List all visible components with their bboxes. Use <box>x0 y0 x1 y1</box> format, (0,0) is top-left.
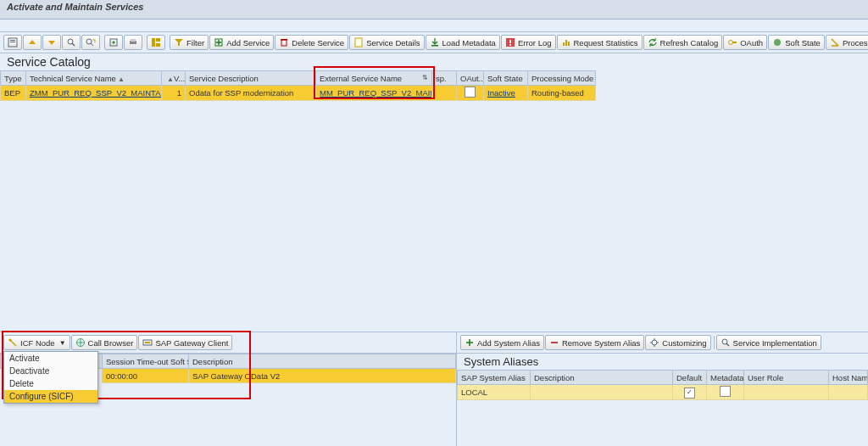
svg-rect-23 <box>732 42 737 43</box>
default-checkbox[interactable]: ✓ <box>684 387 695 399</box>
request-statistics-button[interactable]: Request Statistics <box>557 35 643 50</box>
svg-rect-9 <box>131 39 136 42</box>
svg-rect-19 <box>563 42 565 46</box>
col-tech-name[interactable]: Technical Service Name▲ <box>26 71 162 86</box>
svg-rect-11 <box>156 38 160 42</box>
menu-activate[interactable]: Activate <box>4 352 97 365</box>
svg-rect-12 <box>156 43 160 47</box>
svg-rect-16 <box>355 38 362 47</box>
col-sys-alias[interactable]: SAP System Alias <box>458 371 531 385</box>
sort-asc-icon[interactable] <box>23 35 42 50</box>
add-service-button[interactable]: Add Service <box>209 35 274 50</box>
page-title: Activate and Maintain Services <box>0 0 868 20</box>
call-browser-button[interactable]: Call Browser <box>71 335 138 350</box>
svg-line-34 <box>726 343 729 346</box>
svg-point-24 <box>774 39 781 46</box>
col-version[interactable]: ▲V... <box>162 71 186 86</box>
svg-rect-17 <box>431 45 438 47</box>
svg-rect-20 <box>565 40 567 46</box>
svg-rect-15 <box>281 39 287 41</box>
col-oauth[interactable]: OAut.. <box>457 71 484 86</box>
metadata-checkbox[interactable] <box>720 386 731 397</box>
svg-rect-31 <box>145 342 150 343</box>
soft-state-button[interactable]: Soft State <box>768 35 825 50</box>
catalog-heading: Service Catalog <box>0 53 868 70</box>
service-catalog-table: Type Technical Service Name▲ ▲V... Servi… <box>0 70 868 101</box>
table-row[interactable]: LOCAL ✓ <box>458 385 868 400</box>
col-ext-name[interactable]: External Service Name⇅ <box>316 71 432 86</box>
sort-desc-icon[interactable] <box>42 35 61 50</box>
svg-rect-2 <box>10 42 15 42</box>
oauth-checkbox[interactable] <box>465 86 476 98</box>
menu-configure[interactable]: Configure (SICF) <box>4 390 97 403</box>
details-icon[interactable] <box>3 35 22 50</box>
svg-line-6 <box>91 43 93 46</box>
col-icf-desc[interactable]: Description <box>189 354 456 369</box>
bottom-panels: ICF Node▼ Call Browser SAP Gateway Clien… <box>0 332 868 446</box>
svg-rect-1 <box>10 40 15 41</box>
tech-name-link[interactable]: ZMM_PUR_REQ_SSP_V2_MAINTAIN_SRV <box>30 88 162 98</box>
print-icon[interactable] <box>124 35 142 50</box>
load-metadata-button[interactable]: Load Metadata <box>426 35 500 50</box>
svg-point-22 <box>729 41 733 45</box>
svg-rect-10 <box>152 38 155 47</box>
svg-point-32 <box>652 340 657 345</box>
icf-node-menu: Activate Deactivate Delete Configure (SI… <box>3 351 98 404</box>
add-alias-button[interactable]: Add System Alias <box>460 335 544 350</box>
alias-heading: System Aliases <box>457 354 868 370</box>
col-nsp[interactable]: sp. <box>432 71 457 86</box>
col-host[interactable]: Host Name <box>829 371 868 385</box>
alias-toolbar: Add System Alias Remove System Alias Cus… <box>457 332 868 354</box>
customizing-button[interactable]: Customizing <box>645 335 710 350</box>
filter-button[interactable]: Filter <box>170 35 209 50</box>
remove-alias-button[interactable]: Remove System Alias <box>545 335 644 350</box>
svg-rect-21 <box>568 42 570 46</box>
menu-delete[interactable]: Delete <box>4 377 97 390</box>
refresh-catalog-button[interactable]: Refresh Catalog <box>643 35 723 50</box>
svg-point-28 <box>9 339 12 342</box>
export-icon[interactable] <box>104 35 123 50</box>
find-icon[interactable] <box>62 35 81 50</box>
error-log-button[interactable]: Error Log <box>501 35 556 50</box>
col-type[interactable]: Type <box>1 71 26 86</box>
ext-name-link[interactable]: MM_PUR_REQ_SSP_V2_MAINTAIN_SRV <box>320 88 432 98</box>
menu-deactivate[interactable]: Deactivate <box>4 365 97 377</box>
col-default[interactable]: Default <box>673 371 707 385</box>
icf-node-button[interactable]: ICF Node▼ <box>3 335 70 350</box>
table-row[interactable]: BEP ZMM_PUR_REQ_SSP_V2_MAINTAIN_SRV 1 Od… <box>1 86 868 101</box>
delete-service-button[interactable]: Delete Service <box>275 35 348 50</box>
col-user-role[interactable]: User Role <box>744 371 829 385</box>
service-impl-button[interactable]: Service Implementation <box>716 335 821 350</box>
col-proc[interactable]: Processing Mode <box>528 71 596 86</box>
col-soft[interactable]: Soft State <box>484 71 528 86</box>
col-timeout[interactable]: Session Time-out Soft State <box>103 354 189 369</box>
icf-panel: ICF Node▼ Call Browser SAP Gateway Clien… <box>0 332 457 446</box>
processing-mode-button[interactable]: Processing Mode <box>826 35 868 50</box>
col-metadata[interactable]: Metadata <box>707 371 744 385</box>
oauth-button[interactable]: OAuth <box>723 35 767 50</box>
gateway-client-button[interactable]: SAP Gateway Client <box>138 335 232 350</box>
find-next-icon[interactable] <box>81 35 100 50</box>
spacer <box>0 20 868 32</box>
svg-line-4 <box>72 43 75 46</box>
layout-icon[interactable] <box>147 35 165 50</box>
main-toolbar: Filter Add Service Delete Service Servic… <box>0 32 868 53</box>
alias-panel: Add System Alias Remove System Alias Cus… <box>457 332 868 446</box>
col-alias-desc[interactable]: Description <box>531 371 673 385</box>
svg-rect-14 <box>281 40 287 46</box>
service-details-button[interactable]: Service Details <box>349 35 424 50</box>
col-desc[interactable]: Service Description <box>186 71 316 86</box>
